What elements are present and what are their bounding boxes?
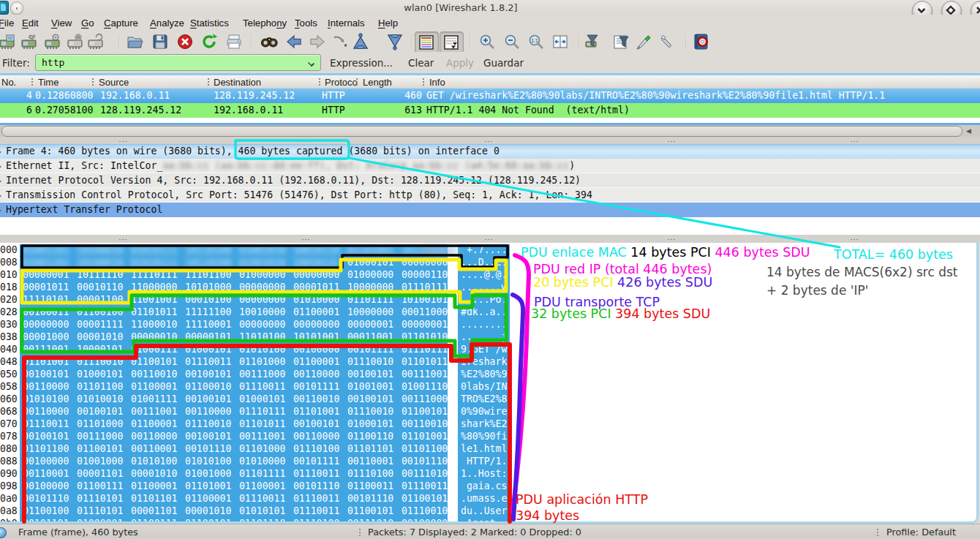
- byte-row-080[interactable]: 08001101100 01100101 00110001 00101110 0…: [0, 442, 979, 455]
- display-filter-icon[interactable]: [613, 33, 630, 50]
- reload-icon[interactable]: [200, 33, 218, 50]
- scrollbar-thumb[interactable]: [1, 126, 962, 137]
- column-separator[interactable]: [31, 78, 33, 86]
- column-separator[interactable]: [423, 78, 424, 86]
- byte-row-0b0[interactable]: 0b000101101 01000001 01100111 01100101 0…: [0, 517, 979, 524]
- start-capture-icon[interactable]: [44, 33, 61, 50]
- column-separator[interactable]: [92, 78, 94, 86]
- byte-row-018[interactable]: 01800001011 00010110 11000000 10101000 0…: [0, 281, 979, 293]
- autoscroll-icon[interactable]: [440, 31, 464, 53]
- menu-telephony[interactable]: Telephony: [243, 18, 287, 29]
- menu-view[interactable]: View: [51, 18, 72, 29]
- goto-packet-icon[interactable]: [331, 33, 349, 50]
- column-header-length[interactable]: Length: [363, 77, 424, 88]
- column-separator[interactable]: [356, 78, 358, 86]
- scrollbar-steppers[interactable]: ◀: [966, 125, 979, 137]
- detail-row-ethernet[interactable]: Ethernet II, Src: IntelCor_aa:bb:cc (aa:…: [0, 159, 980, 173]
- byte-row-068[interactable]: 06800110000 00100101 00111001 00110000 0…: [0, 405, 979, 418]
- zoom-out-icon[interactable]: [503, 33, 521, 50]
- byte-row-020[interactable]: 02011110101 00001100 11001001 00010100 0…: [0, 293, 979, 306]
- packet-row-selected[interactable]: 40.12860800192.168.0.11128.119.245.12HTT…: [0, 88, 980, 103]
- column-header-destination[interactable]: Destination: [214, 77, 320, 88]
- column-header-time[interactable]: Time: [38, 77, 94, 88]
- byte-row-028[interactable]: 02800100011 01100100 01101011 11111100 1…: [0, 306, 979, 318]
- detail-row-frame[interactable]: Frame 4: 460 bytes on wire (3680 bits), …: [0, 144, 980, 159]
- byte-row-0a0[interactable]: 0a000101110 01110101 01101101 01100001 0…: [0, 492, 979, 505]
- forward-icon[interactable]: [309, 33, 326, 50]
- byte-row-048[interactable]: 04801101001 01110010 01100101 01110011 0…: [0, 355, 979, 368]
- column-header-protocol[interactable]: Protocol: [325, 77, 358, 88]
- print-icon[interactable]: [225, 33, 243, 50]
- byte-row-098[interactable]: 09800100000 01100111 01100001 01101001 0…: [0, 480, 979, 492]
- colorize-icon[interactable]: [415, 31, 439, 53]
- byte-row-040[interactable]: 04000111001 10000101 01000111 01000101 0…: [0, 343, 979, 355]
- back-icon[interactable]: [285, 33, 303, 50]
- zoom-100-icon[interactable]: 1:1: [527, 33, 545, 50]
- column-separator[interactable]: [208, 78, 209, 86]
- open-file-icon[interactable]: [127, 33, 144, 50]
- svg-text:1:1: 1:1: [531, 38, 538, 43]
- horizontal-scrollbar[interactable]: ◀: [0, 125, 980, 137]
- byte-row-000[interactable]: 00001001101 10100010 01010111 10110100 0…: [0, 244, 979, 256]
- pane-splitter[interactable]: [0, 137, 980, 144]
- byte-ascii: 0%90wire: [461, 405, 507, 418]
- detail-row-http[interactable]: Hypertext Transfer Protocol: [0, 203, 980, 217]
- byte-ascii: ireshark: [461, 355, 507, 368]
- close-file-icon[interactable]: [176, 33, 194, 50]
- column-header-info[interactable]: Info: [429, 77, 980, 88]
- menu-go[interactable]: Go: [81, 18, 94, 29]
- capture-filter-icon[interactable]: [585, 33, 603, 50]
- detail-row-ip[interactable]: Internet Protocol Version 4, Src: 192.16…: [0, 173, 980, 188]
- column-header-source[interactable]: Source: [99, 77, 209, 88]
- menu-tools[interactable]: Tools: [295, 18, 317, 29]
- expert-info-icon[interactable]: [0, 527, 7, 538]
- filter-apply-button[interactable]: Apply: [446, 57, 474, 69]
- preferences-icon[interactable]: [659, 33, 676, 50]
- byte-bits: 00110000 00100101 00111001 00110000 0111…: [23, 405, 448, 418]
- byte-row-078[interactable]: 07800100101 00111000 00110000 00100101 0…: [0, 430, 979, 442]
- list-interfaces-icon[interactable]: [0, 33, 16, 50]
- save-file-icon[interactable]: [151, 33, 169, 50]
- goto-top-icon[interactable]: [352, 33, 369, 50]
- column-separator[interactable]: [319, 78, 320, 86]
- menu-statistics[interactable]: Statistics: [190, 18, 229, 29]
- help-icon[interactable]: [693, 33, 710, 50]
- byte-row-090[interactable]: 09000110001 00001101 00001010 01001000 0…: [0, 467, 979, 480]
- packet-row[interactable]: 60.27058100128.119.245.12192.168.0.11HTT…: [0, 103, 980, 118]
- byte-bits: 00100000 01100111 01100001 01101001 0110…: [23, 480, 448, 492]
- byte-row-008[interactable]: 00801001101 10100010 01010111 10110100 0…: [0, 256, 979, 268]
- coloring-rules-icon[interactable]: [635, 33, 652, 50]
- filter-input[interactable]: http: [35, 54, 321, 71]
- byte-row-058[interactable]: 05800110000 01101100 01100001 01100010 0…: [0, 380, 979, 393]
- find-icon[interactable]: [260, 33, 278, 50]
- filter-label[interactable]: Filter:: [2, 57, 30, 69]
- column-header-no[interactable]: No.: [1, 77, 33, 88]
- filter-guardar-button[interactable]: Guardar: [483, 57, 524, 69]
- menu-file[interactable]: File: [0, 18, 14, 29]
- menu-edit[interactable]: Edit: [22, 18, 39, 29]
- pane-splitter[interactable]: [0, 235, 980, 243]
- menu-internals[interactable]: Internals: [328, 18, 365, 29]
- filter-expression-button[interactable]: Expression...: [330, 57, 393, 69]
- byte-row-050[interactable]: 05000100101 01000101 00110010 00100101 0…: [0, 368, 979, 380]
- menu-analyze[interactable]: Analyze: [150, 18, 184, 29]
- zoom-in-icon[interactable]: [478, 33, 496, 50]
- byte-row-088[interactable]: 08800100000 01001000 01010100 01010100 0…: [0, 455, 979, 467]
- restart-capture-icon[interactable]: [87, 33, 105, 50]
- menu-capture[interactable]: Capture: [104, 18, 138, 29]
- packet-bytes-pane[interactable]: 00001001101 10100010 01010111 10110100 0…: [0, 243, 979, 524]
- capture-options-icon[interactable]: [20, 33, 38, 50]
- byte-row-0a8[interactable]: 0a801100100 01110101 00001101 00001010 0…: [0, 505, 979, 517]
- byte-row-038[interactable]: 03800001000 00001010 00000010 00000101 1…: [0, 331, 979, 343]
- menu-help[interactable]: Help: [378, 18, 398, 29]
- byte-row-060[interactable]: 06001010100 01010010 01001111 00100101 0…: [0, 393, 979, 405]
- filter-clear-button[interactable]: Clear: [408, 57, 434, 69]
- goto-bottom-icon[interactable]: [386, 33, 404, 50]
- resize-columns-icon[interactable]: [551, 33, 569, 50]
- detail-row-tcp[interactable]: Transmission Control Protocol, Src Port:…: [0, 188, 980, 203]
- byte-row-070[interactable]: 07001110011 01101000 01100001 01110010 0…: [0, 418, 979, 430]
- stop-capture-icon[interactable]: [67, 33, 84, 50]
- byte-row-010[interactable]: 01000000001 10111110 11110111 11101100 0…: [0, 268, 979, 281]
- byte-row-030[interactable]: 03000000000 00001111 11000010 11110001 0…: [0, 318, 979, 331]
- filter-dropdown-icon[interactable]: [308, 60, 314, 67]
